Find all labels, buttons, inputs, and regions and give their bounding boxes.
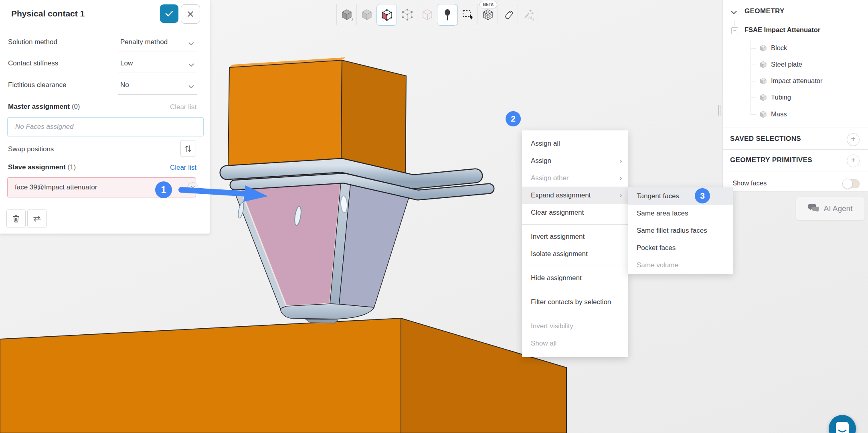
master-clear-list-button[interactable]: Clear list <box>170 103 196 111</box>
menu-item-assign[interactable]: Assign› <box>522 152 628 169</box>
physical-contact-panel: Physical contact 1 Solution method Penal… <box>0 0 210 234</box>
panel-resize-handle[interactable] <box>718 105 721 116</box>
menu-divider <box>522 290 628 290</box>
tree-tick <box>751 81 756 81</box>
probe-point-icon <box>441 8 454 21</box>
panel-title: Physical contact 1 <box>11 9 85 18</box>
select-volumes-button[interactable] <box>336 4 356 25</box>
contact-stiffness-label: Contact stiffness <box>8 59 58 67</box>
trash-icon <box>12 215 20 223</box>
block-top[interactable] <box>228 57 406 175</box>
messenger-icon <box>836 421 849 433</box>
tree-item-steel-plate[interactable]: Steel plate <box>771 61 802 68</box>
mesh-display-icon <box>482 8 494 21</box>
submenu-item-same-area-faces[interactable]: Same area faces <box>628 205 733 222</box>
expand-assignment-submenu: Tangent faces Same area faces Same fille… <box>628 187 733 274</box>
submenu-item-same-fillet-radius-faces[interactable]: Same fillet radius faces <box>628 222 733 239</box>
box-select-icon <box>461 8 474 21</box>
swap-horizontal-icon <box>33 215 41 222</box>
contact-stiffness-select[interactable]: Low <box>120 59 133 67</box>
tree-item-tubing[interactable]: Tubing <box>771 94 791 101</box>
section-divider <box>723 171 868 171</box>
annotation-badge-1: 1 <box>155 181 172 198</box>
check-icon <box>165 10 173 17</box>
footer-divider <box>0 204 210 204</box>
saved-selections-header[interactable]: SAVED SELECTIONS <box>730 135 801 143</box>
field-underline <box>118 73 197 73</box>
menu-item-hide-assignment[interactable]: Hide assignment <box>522 269 628 287</box>
slave-clear-list-button[interactable]: Clear list <box>170 164 196 172</box>
tree-item-mass[interactable]: Mass <box>771 110 787 118</box>
chevron-down-icon[interactable] <box>188 40 194 47</box>
remove-chip-button[interactable] <box>187 182 198 193</box>
menu-item-isolate-assignment[interactable]: Isolate assignment <box>522 245 628 262</box>
swap-positions-button[interactable] <box>180 140 196 157</box>
select-translucent-faces-icon <box>360 8 373 21</box>
tree-tick <box>751 65 756 65</box>
menu-divider <box>522 266 628 266</box>
menu-item-expand-assignment[interactable]: Expand assignment› <box>522 187 628 204</box>
geometry-tree-panel: GEOMETRY − FSAE Impact Attenuator Block … <box>722 0 868 192</box>
tree-item-impact-attenuator[interactable]: Impact attenuator <box>771 77 822 85</box>
selected-face-39 <box>239 179 341 306</box>
menu-item-show-all[interactable]: Show all <box>522 335 628 352</box>
select-translucent-faces-button[interactable] <box>356 4 376 25</box>
block-bottom[interactable] <box>0 318 567 433</box>
confirm-button[interactable] <box>160 4 178 23</box>
swap-positions-label: Swap positions <box>8 145 54 153</box>
viewport-toolbar: AI <box>336 4 538 25</box>
fictitious-clearance-label: Fictitious clearance <box>8 81 67 89</box>
select-wireframe-button[interactable] <box>417 4 437 25</box>
fictitious-clearance-select[interactable]: No <box>120 81 129 89</box>
menu-item-assign-other[interactable]: Assign other› <box>522 169 628 187</box>
swap-vertical-icon <box>185 145 191 152</box>
menu-item-assign-all[interactable]: Assign all <box>522 135 628 152</box>
add-geometry-primitive-button[interactable]: + <box>847 154 860 167</box>
solution-method-label: Solution method <box>8 38 57 46</box>
toggle-knob <box>842 179 853 189</box>
ai-assist-icon: AI <box>522 8 534 21</box>
probe-point-button[interactable] <box>437 4 457 26</box>
tree-tick <box>751 114 756 115</box>
menu-item-clear-assignment[interactable]: Clear assignment <box>522 204 628 221</box>
cancel-button[interactable] <box>181 4 200 24</box>
ai-assist-button[interactable]: AI <box>518 4 538 25</box>
show-faces-toggle[interactable] <box>843 179 860 188</box>
menu-divider <box>522 224 628 225</box>
field-underline <box>118 94 197 95</box>
measure-button[interactable] <box>498 4 518 25</box>
impact-attenuator-body[interactable] <box>232 179 411 323</box>
collapse-tree-button[interactable]: − <box>731 27 738 34</box>
submenu-item-tangent-faces[interactable]: Tangent faces <box>628 187 733 205</box>
svg-text:AI: AI <box>528 16 532 20</box>
select-vertices-button[interactable] <box>397 4 417 25</box>
add-saved-selection-button[interactable]: + <box>847 133 860 146</box>
header-divider <box>0 27 210 27</box>
chevron-down-icon[interactable] <box>188 61 194 69</box>
chevron-down-icon[interactable] <box>731 9 737 16</box>
menu-item-invert-assignment[interactable]: Invert assignment <box>522 228 628 245</box>
chevron-down-icon[interactable] <box>188 83 194 90</box>
beta-badge: BETA <box>480 1 497 8</box>
submenu-item-same-volume[interactable]: Same volume <box>628 256 733 274</box>
tree-root-label[interactable]: FSAE Impact Attenuator <box>745 26 820 34</box>
solid-cube-icon <box>760 94 767 103</box>
chip-label: face 39@Impact attenuator <box>8 183 97 191</box>
box-select-button[interactable] <box>457 4 478 25</box>
geometry-header[interactable]: GEOMETRY <box>745 7 785 15</box>
geometry-primitives-header[interactable]: GEOMETRY PRIMITIVES <box>730 156 812 164</box>
select-faces-icon <box>380 8 393 21</box>
ai-agent-label: AI Agent <box>824 204 853 213</box>
duplicate-contact-button[interactable] <box>27 209 47 228</box>
delete-contact-button[interactable] <box>6 209 26 228</box>
slave-assignment-label: Slave assignment (1) <box>8 163 76 171</box>
menu-item-filter-contacts[interactable]: Filter contacts by selection <box>522 293 628 311</box>
ai-agent-button[interactable]: AI Agent <box>796 197 865 220</box>
master-assignment-input[interactable]: No Faces assigned <box>7 117 204 136</box>
section-divider <box>723 128 868 128</box>
solution-method-select[interactable]: Penalty method <box>120 38 168 46</box>
tree-item-block[interactable]: Block <box>771 44 787 52</box>
menu-item-invert-visibility[interactable]: Invert visibility <box>522 317 628 335</box>
submenu-item-pocket-faces[interactable]: Pocket faces <box>628 239 733 256</box>
select-faces-button[interactable] <box>376 4 397 26</box>
